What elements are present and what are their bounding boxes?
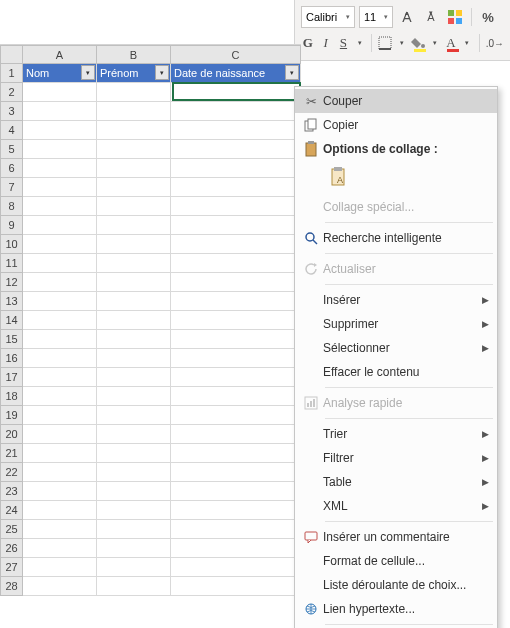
cell[interactable]: [23, 463, 97, 482]
menu-xml[interactable]: XML ▶: [295, 494, 497, 518]
row-header[interactable]: 27: [1, 558, 23, 577]
row-header[interactable]: 21: [1, 444, 23, 463]
row-header[interactable]: 20: [1, 425, 23, 444]
col-header-a[interactable]: A: [23, 46, 97, 64]
cell[interactable]: [171, 197, 301, 216]
menu-sort[interactable]: Trier ▶: [295, 422, 497, 446]
chevron-down-icon[interactable]: ▾: [462, 33, 473, 53]
cell[interactable]: [23, 159, 97, 178]
cell[interactable]: [171, 178, 301, 197]
row-header[interactable]: 15: [1, 330, 23, 349]
row-header[interactable]: 4: [1, 121, 23, 140]
increase-font-button[interactable]: [397, 7, 417, 27]
cell[interactable]: [23, 482, 97, 501]
chevron-down-icon[interactable]: ▾: [429, 33, 440, 53]
menu-format-cells[interactable]: Format de cellule...: [295, 549, 497, 573]
cell[interactable]: [97, 102, 171, 121]
cell[interactable]: [171, 520, 301, 539]
row-header[interactable]: 12: [1, 273, 23, 292]
fill-color-button[interactable]: [411, 33, 425, 53]
filter-dropdown-button[interactable]: [81, 65, 95, 80]
cell[interactable]: [97, 311, 171, 330]
italic-button[interactable]: I: [319, 33, 333, 53]
cell[interactable]: [97, 235, 171, 254]
col-header-c[interactable]: C: [171, 46, 301, 64]
menu-smart-lookup[interactable]: Recherche intelligente: [295, 226, 497, 250]
cell[interactable]: [23, 83, 97, 102]
row-header[interactable]: 7: [1, 178, 23, 197]
cell[interactable]: [97, 83, 171, 102]
filter-dropdown-button[interactable]: [155, 65, 169, 80]
cell[interactable]: [171, 235, 301, 254]
cell[interactable]: [23, 501, 97, 520]
row-header[interactable]: 22: [1, 463, 23, 482]
cell[interactable]: [171, 140, 301, 159]
menu-delete[interactable]: Supprimer ▶: [295, 312, 497, 336]
cell[interactable]: [97, 425, 171, 444]
cell[interactable]: [97, 520, 171, 539]
filter-dropdown-button[interactable]: [285, 65, 299, 80]
row-header[interactable]: 3: [1, 102, 23, 121]
cell[interactable]: [97, 406, 171, 425]
cell[interactable]: [97, 539, 171, 558]
decrease-decimal-button[interactable]: .0→: [486, 33, 504, 53]
cell[interactable]: [171, 102, 301, 121]
cell[interactable]: [171, 444, 301, 463]
cell[interactable]: [23, 539, 97, 558]
cell[interactable]: [97, 292, 171, 311]
cell[interactable]: [97, 216, 171, 235]
conditional-formatting-button[interactable]: [445, 7, 465, 27]
chevron-down-icon[interactable]: ▾: [354, 33, 365, 53]
cell[interactable]: [97, 501, 171, 520]
cell[interactable]: [23, 444, 97, 463]
row-header[interactable]: 17: [1, 368, 23, 387]
row-header[interactable]: 18: [1, 387, 23, 406]
decrease-font-button[interactable]: [421, 7, 441, 27]
menu-dropdown-list[interactable]: Liste déroulante de choix...: [295, 573, 497, 597]
cell[interactable]: [171, 368, 301, 387]
cell[interactable]: [23, 197, 97, 216]
cell[interactable]: [97, 558, 171, 577]
cell[interactable]: [23, 311, 97, 330]
table-header-prenom[interactable]: Prénom: [97, 64, 171, 83]
cell[interactable]: [23, 140, 97, 159]
chevron-down-icon[interactable]: ▾: [396, 33, 407, 53]
cell[interactable]: [97, 387, 171, 406]
row-header[interactable]: 16: [1, 349, 23, 368]
row-header[interactable]: 26: [1, 539, 23, 558]
row-header[interactable]: 25: [1, 520, 23, 539]
cell[interactable]: [171, 463, 301, 482]
row-header[interactable]: 13: [1, 292, 23, 311]
cell[interactable]: [23, 368, 97, 387]
cell[interactable]: [171, 121, 301, 140]
cell[interactable]: [171, 425, 301, 444]
row-header[interactable]: 1: [1, 64, 23, 83]
bold-button[interactable]: G: [301, 33, 315, 53]
cell[interactable]: [171, 387, 301, 406]
cell[interactable]: [23, 178, 97, 197]
table-header-nom[interactable]: Nom: [23, 64, 97, 83]
cell[interactable]: [171, 501, 301, 520]
cell[interactable]: [23, 254, 97, 273]
table-header-date[interactable]: Date de naissance: [171, 64, 301, 83]
paste-default-button[interactable]: A: [325, 163, 353, 191]
row-header[interactable]: 28: [1, 577, 23, 596]
cell[interactable]: [23, 387, 97, 406]
cell[interactable]: [97, 577, 171, 596]
row-header[interactable]: 19: [1, 406, 23, 425]
cell[interactable]: [171, 482, 301, 501]
cell[interactable]: [97, 463, 171, 482]
row-header[interactable]: 8: [1, 197, 23, 216]
cell[interactable]: [23, 102, 97, 121]
cell-c2[interactable]: [171, 83, 301, 102]
cell[interactable]: [97, 178, 171, 197]
border-button[interactable]: [378, 33, 392, 53]
menu-cut[interactable]: ✂ Couper: [295, 89, 497, 113]
menu-insert-comment[interactable]: Insérer un commentaire: [295, 525, 497, 549]
cell[interactable]: [171, 330, 301, 349]
worksheet-grid[interactable]: A B C 1 Nom Prénom Date de naissance 2 3…: [0, 44, 301, 596]
cell[interactable]: [23, 330, 97, 349]
percent-button[interactable]: %: [478, 7, 498, 27]
row-header[interactable]: 6: [1, 159, 23, 178]
cell[interactable]: [97, 121, 171, 140]
